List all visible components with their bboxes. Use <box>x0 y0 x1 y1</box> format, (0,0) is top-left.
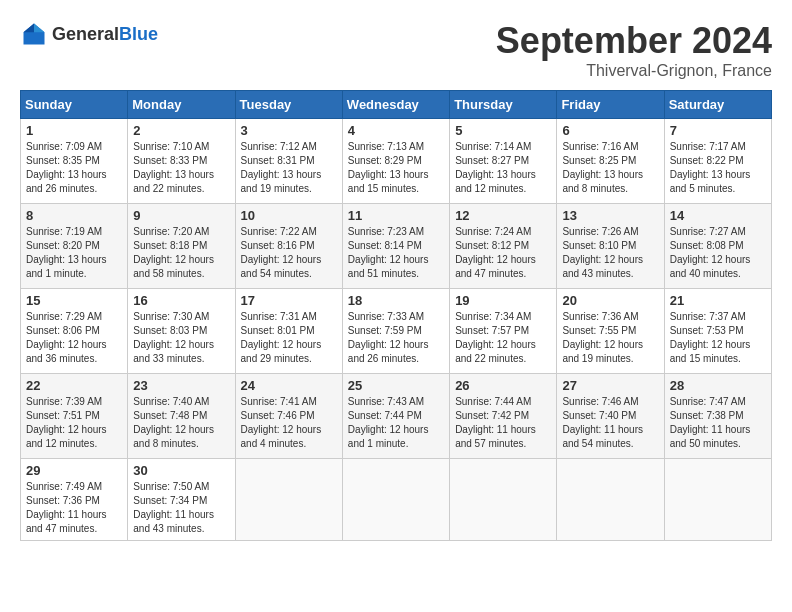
day-number: 3 <box>241 123 337 138</box>
day-number: 18 <box>348 293 444 308</box>
day-number: 26 <box>455 378 551 393</box>
day-number: 11 <box>348 208 444 223</box>
calendar-day-16: 16Sunrise: 7:30 AMSunset: 8:03 PMDayligh… <box>128 289 235 374</box>
page-header: GeneralBlue September 2024 Thiverval-Gri… <box>20 20 772 80</box>
col-saturday: Saturday <box>664 91 771 119</box>
calendar-day-29: 29Sunrise: 7:49 AMSunset: 7:36 PMDayligh… <box>21 459 128 541</box>
day-number: 27 <box>562 378 658 393</box>
calendar-day-26: 26Sunrise: 7:44 AMSunset: 7:42 PMDayligh… <box>450 374 557 459</box>
day-number: 7 <box>670 123 766 138</box>
day-info: Sunrise: 7:14 AMSunset: 8:27 PMDaylight:… <box>455 140 551 196</box>
day-number: 10 <box>241 208 337 223</box>
day-number: 14 <box>670 208 766 223</box>
day-info: Sunrise: 7:13 AMSunset: 8:29 PMDaylight:… <box>348 140 444 196</box>
logo-general: General <box>52 24 119 44</box>
calendar-day-12: 12Sunrise: 7:24 AMSunset: 8:12 PMDayligh… <box>450 204 557 289</box>
calendar-week-1: 1Sunrise: 7:09 AMSunset: 8:35 PMDaylight… <box>21 119 772 204</box>
day-info: Sunrise: 7:44 AMSunset: 7:42 PMDaylight:… <box>455 395 551 451</box>
day-number: 25 <box>348 378 444 393</box>
calendar-day-7: 7Sunrise: 7:17 AMSunset: 8:22 PMDaylight… <box>664 119 771 204</box>
day-info: Sunrise: 7:40 AMSunset: 7:48 PMDaylight:… <box>133 395 229 451</box>
calendar-day-8: 8Sunrise: 7:19 AMSunset: 8:20 PMDaylight… <box>21 204 128 289</box>
day-number: 16 <box>133 293 229 308</box>
day-number: 30 <box>133 463 229 478</box>
calendar-day-13: 13Sunrise: 7:26 AMSunset: 8:10 PMDayligh… <box>557 204 664 289</box>
calendar-day-23: 23Sunrise: 7:40 AMSunset: 7:48 PMDayligh… <box>128 374 235 459</box>
day-number: 23 <box>133 378 229 393</box>
day-info: Sunrise: 7:41 AMSunset: 7:46 PMDaylight:… <box>241 395 337 451</box>
day-number: 13 <box>562 208 658 223</box>
day-number: 22 <box>26 378 122 393</box>
month-year-title: September 2024 <box>496 20 772 62</box>
calendar-day-6: 6Sunrise: 7:16 AMSunset: 8:25 PMDaylight… <box>557 119 664 204</box>
day-info: Sunrise: 7:29 AMSunset: 8:06 PMDaylight:… <box>26 310 122 366</box>
calendar-table: Sunday Monday Tuesday Wednesday Thursday… <box>20 90 772 541</box>
calendar-day-3: 3Sunrise: 7:12 AMSunset: 8:31 PMDaylight… <box>235 119 342 204</box>
day-info: Sunrise: 7:09 AMSunset: 8:35 PMDaylight:… <box>26 140 122 196</box>
day-info: Sunrise: 7:31 AMSunset: 8:01 PMDaylight:… <box>241 310 337 366</box>
calendar-day-9: 9Sunrise: 7:20 AMSunset: 8:18 PMDaylight… <box>128 204 235 289</box>
day-number: 17 <box>241 293 337 308</box>
day-number: 4 <box>348 123 444 138</box>
calendar-day-18: 18Sunrise: 7:33 AMSunset: 7:59 PMDayligh… <box>342 289 449 374</box>
day-info: Sunrise: 7:43 AMSunset: 7:44 PMDaylight:… <box>348 395 444 451</box>
calendar-day-empty <box>557 459 664 541</box>
day-info: Sunrise: 7:39 AMSunset: 7:51 PMDaylight:… <box>26 395 122 451</box>
col-sunday: Sunday <box>21 91 128 119</box>
logo-blue: Blue <box>119 24 158 44</box>
logo-icon <box>20 20 48 48</box>
calendar-day-24: 24Sunrise: 7:41 AMSunset: 7:46 PMDayligh… <box>235 374 342 459</box>
calendar-day-30: 30Sunrise: 7:50 AMSunset: 7:34 PMDayligh… <box>128 459 235 541</box>
calendar-day-28: 28Sunrise: 7:47 AMSunset: 7:38 PMDayligh… <box>664 374 771 459</box>
calendar-week-4: 22Sunrise: 7:39 AMSunset: 7:51 PMDayligh… <box>21 374 772 459</box>
logo: GeneralBlue <box>20 20 158 48</box>
day-info: Sunrise: 7:10 AMSunset: 8:33 PMDaylight:… <box>133 140 229 196</box>
day-number: 8 <box>26 208 122 223</box>
day-info: Sunrise: 7:34 AMSunset: 7:57 PMDaylight:… <box>455 310 551 366</box>
day-number: 5 <box>455 123 551 138</box>
day-info: Sunrise: 7:33 AMSunset: 7:59 PMDaylight:… <box>348 310 444 366</box>
calendar-day-10: 10Sunrise: 7:22 AMSunset: 8:16 PMDayligh… <box>235 204 342 289</box>
day-info: Sunrise: 7:37 AMSunset: 7:53 PMDaylight:… <box>670 310 766 366</box>
day-info: Sunrise: 7:36 AMSunset: 7:55 PMDaylight:… <box>562 310 658 366</box>
calendar-day-25: 25Sunrise: 7:43 AMSunset: 7:44 PMDayligh… <box>342 374 449 459</box>
col-friday: Friday <box>557 91 664 119</box>
day-number: 29 <box>26 463 122 478</box>
day-info: Sunrise: 7:27 AMSunset: 8:08 PMDaylight:… <box>670 225 766 281</box>
day-number: 6 <box>562 123 658 138</box>
day-info: Sunrise: 7:46 AMSunset: 7:40 PMDaylight:… <box>562 395 658 451</box>
col-tuesday: Tuesday <box>235 91 342 119</box>
day-number: 15 <box>26 293 122 308</box>
calendar-day-empty <box>664 459 771 541</box>
day-number: 9 <box>133 208 229 223</box>
location-subtitle: Thiverval-Grignon, France <box>496 62 772 80</box>
svg-marker-2 <box>24 24 35 33</box>
day-info: Sunrise: 7:50 AMSunset: 7:34 PMDaylight:… <box>133 480 229 536</box>
calendar-day-17: 17Sunrise: 7:31 AMSunset: 8:01 PMDayligh… <box>235 289 342 374</box>
calendar-day-20: 20Sunrise: 7:36 AMSunset: 7:55 PMDayligh… <box>557 289 664 374</box>
calendar-day-22: 22Sunrise: 7:39 AMSunset: 7:51 PMDayligh… <box>21 374 128 459</box>
day-number: 1 <box>26 123 122 138</box>
day-number: 2 <box>133 123 229 138</box>
calendar-day-1: 1Sunrise: 7:09 AMSunset: 8:35 PMDaylight… <box>21 119 128 204</box>
day-info: Sunrise: 7:22 AMSunset: 8:16 PMDaylight:… <box>241 225 337 281</box>
day-number: 28 <box>670 378 766 393</box>
day-number: 24 <box>241 378 337 393</box>
calendar-day-2: 2Sunrise: 7:10 AMSunset: 8:33 PMDaylight… <box>128 119 235 204</box>
day-info: Sunrise: 7:49 AMSunset: 7:36 PMDaylight:… <box>26 480 122 536</box>
logo-text: GeneralBlue <box>52 24 158 45</box>
calendar-day-14: 14Sunrise: 7:27 AMSunset: 8:08 PMDayligh… <box>664 204 771 289</box>
day-number: 20 <box>562 293 658 308</box>
day-info: Sunrise: 7:30 AMSunset: 8:03 PMDaylight:… <box>133 310 229 366</box>
col-monday: Monday <box>128 91 235 119</box>
day-info: Sunrise: 7:19 AMSunset: 8:20 PMDaylight:… <box>26 225 122 281</box>
calendar-header-row: Sunday Monday Tuesday Wednesday Thursday… <box>21 91 772 119</box>
day-number: 19 <box>455 293 551 308</box>
calendar-day-11: 11Sunrise: 7:23 AMSunset: 8:14 PMDayligh… <box>342 204 449 289</box>
calendar-week-5: 29Sunrise: 7:49 AMSunset: 7:36 PMDayligh… <box>21 459 772 541</box>
day-info: Sunrise: 7:17 AMSunset: 8:22 PMDaylight:… <box>670 140 766 196</box>
col-wednesday: Wednesday <box>342 91 449 119</box>
calendar-day-19: 19Sunrise: 7:34 AMSunset: 7:57 PMDayligh… <box>450 289 557 374</box>
calendar-day-5: 5Sunrise: 7:14 AMSunset: 8:27 PMDaylight… <box>450 119 557 204</box>
calendar-day-empty <box>235 459 342 541</box>
